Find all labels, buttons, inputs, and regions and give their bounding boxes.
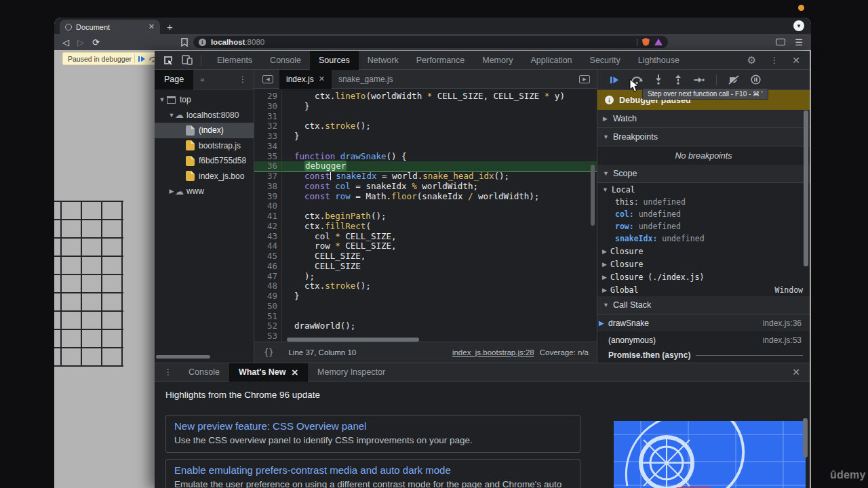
profile-button[interactable]: ▼ [793,20,804,31]
tab-security[interactable]: Security [581,51,629,70]
more-tabs-icon[interactable]: » [200,75,204,83]
scope-section-header[interactable]: ▼ Scope [597,165,810,183]
line-number[interactable]: 38 [254,182,281,192]
tree-item--index-[interactable]: (index) [155,123,254,138]
line-number[interactable]: 42 [254,222,281,232]
call-stack-section-header[interactable]: ▼ Call Stack [597,296,810,314]
inspect-element-icon[interactable] [163,55,174,66]
drawer-close-icon[interactable]: ✕ [792,367,800,378]
scope-local-header[interactable]: ▼Local [597,183,810,196]
watch-section-header[interactable]: ▶ Watch [597,110,810,128]
line-number[interactable]: 48 [254,281,281,291]
settings-gear-icon[interactable]: ⚙ [747,54,756,66]
browser-menu-icon[interactable]: ☰ [795,37,803,47]
device-toolbar-icon[interactable] [182,55,193,65]
line-number[interactable]: 44 [254,241,281,251]
line-number[interactable]: 33 [254,131,281,142]
paused-location-link[interactable]: index_js.bootstrap.js:28 [452,348,534,357]
hide-navigator-icon[interactable]: ◀ [262,75,273,83]
tab-application[interactable]: Application [521,51,580,70]
editor-tab-snake_game-js[interactable]: snake_game.js [332,70,400,89]
line-number[interactable]: 46 [254,262,281,272]
line-number[interactable]: 31 [254,112,281,122]
tab-network[interactable]: Network [359,51,408,70]
sidebar-vscrollbar[interactable] [804,110,808,266]
reload-icon[interactable]: ⟳ [92,38,100,47]
tree-item-www[interactable]: ▶☁www [155,184,254,199]
site-info-icon[interactable]: i [199,39,206,46]
stack-frame-anonymous[interactable]: (anonymous)index.js:53 [597,331,810,348]
line-number[interactable]: 50 [254,302,281,312]
tab-lighthouse[interactable]: Lighthouse [629,51,688,70]
navigator-hscrollbar[interactable] [156,355,210,359]
line-number[interactable]: 34 [254,142,281,152]
line-number[interactable]: 40 [254,201,281,211]
tab-elements[interactable]: Elements [208,51,261,70]
forward-icon[interactable]: ▷ [77,38,84,47]
back-icon[interactable]: ◁ [62,38,69,47]
step-out-button[interactable] [674,75,682,85]
scope-variable-col[interactable]: col: undefined [597,208,810,220]
line-number[interactable]: 47 [254,272,281,282]
pause-on-exceptions-button[interactable] [751,75,761,85]
tab-performance[interactable]: Performance [408,51,474,70]
step-into-button[interactable] [654,75,663,85]
devtools-close-icon[interactable]: ✕ [792,55,800,66]
tab-memory[interactable]: Memory [473,51,521,70]
extension-triangle-icon[interactable] [654,39,663,45]
breakpoints-section-header[interactable]: ▼ Breakpoints [597,128,810,146]
tree-item-f6bd5755d58[interactable]: f6bd5755d58 [155,153,254,169]
navigator-menu-icon[interactable]: ⋮ [239,75,247,84]
line-number[interactable]: 53 [254,331,281,342]
tab-close-icon[interactable]: ✕ [149,22,155,31]
line-number[interactable]: 35 [254,152,281,162]
scope-global[interactable]: ▶GlobalWindow [597,283,810,296]
line-number[interactable]: 30 [254,102,281,112]
whats-new-card-link[interactable]: Enable emulating prefers-contrast media … [174,464,572,476]
tab-close-icon[interactable]: ✕ [319,75,325,83]
tab-console[interactable]: Console [261,51,310,70]
editor-tab-index-js[interactable]: index.js✕ [279,70,332,89]
code-editor[interactable]: 29 ctx.lineTo(worldWidth * CELL_SIZE, CE… [254,89,597,342]
line-number[interactable]: 32 [254,121,281,131]
line-number[interactable]: 45 [254,251,281,262]
line-number[interactable]: 49 [254,291,281,302]
line-number[interactable]: 52 [254,321,281,331]
resume-script-icon[interactable] [138,56,146,62]
whats-new-card-link[interactable]: New preview feature: CSS Overview panel [174,420,572,432]
stack-frame-drawSnake[interactable]: ▶drawSnakeindex.js:36 [597,314,810,331]
drawer-tab-what-s-new[interactable]: What's New✕ [229,363,308,382]
deactivate-breakpoints-button[interactable] [728,75,739,85]
line-number[interactable]: 43 [254,232,281,242]
line-number[interactable]: 39 [254,192,281,202]
scope-variable-snakeIdx[interactable]: snakeIdx: undefined [597,232,810,245]
scope-closure-2[interactable]: ▶Closure (./index.js) [597,270,810,283]
line-number[interactable]: 51 [254,312,281,322]
tab-close-icon[interactable]: ✕ [292,367,298,378]
bookmark-icon[interactable] [181,38,188,47]
scope-closure-0[interactable]: ▶Closure [597,245,810,258]
drawer-tab-memory-inspector[interactable]: Memory Inspector [308,363,395,382]
step-button[interactable] [694,76,705,84]
scope-variable-this[interactable]: this: undefined [597,196,810,208]
open-file-icon[interactable]: ▶ [579,75,590,83]
tree-item-top[interactable]: ▼top [155,92,254,108]
resume-button[interactable] [610,75,619,85]
scope-variable-row[interactable]: row: undefined [597,220,810,232]
drawer-tab-console[interactable]: Console [179,363,229,382]
tab-page[interactable]: Page [155,70,193,89]
editor-vscrollbar[interactable] [591,165,595,226]
line-number[interactable]: 37 [254,171,281,182]
address-bar[interactable]: i localhost:8080 [193,36,668,48]
wallet-icon[interactable] [776,39,785,45]
whats-new-vscrollbar[interactable] [803,418,808,458]
scope-closure-1[interactable]: ▶Closure [597,258,810,270]
tree-item-index-js-boo[interactable]: index_js.boo [155,169,254,184]
new-tab-button[interactable]: + [167,21,173,34]
devtools-menu-icon[interactable]: ⋮ [770,55,778,65]
format-braces-icon[interactable]: {} [264,348,273,357]
drawer-menu-icon[interactable]: ⋮ [164,367,172,377]
tree-item-localhost-8080[interactable]: ▼☁localhost:8080 [155,108,254,123]
line-number[interactable]: 36 [254,161,281,171]
tree-item-bootstrap-js[interactable]: bootstrap.js [155,138,254,154]
